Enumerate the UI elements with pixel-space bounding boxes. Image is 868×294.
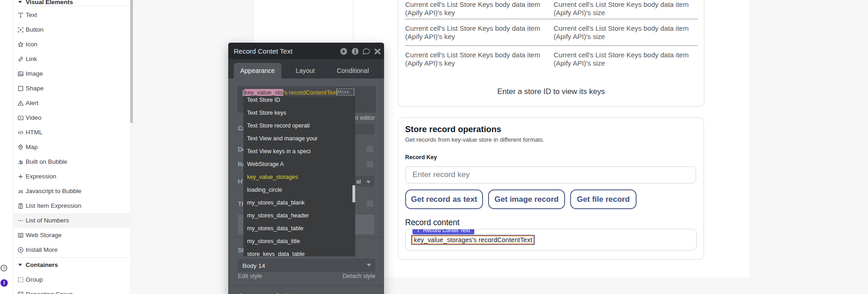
- svg-text:JS: JS: [18, 189, 23, 194]
- svg-text:?: ?: [3, 266, 5, 271]
- svg-text:b: b: [19, 159, 22, 165]
